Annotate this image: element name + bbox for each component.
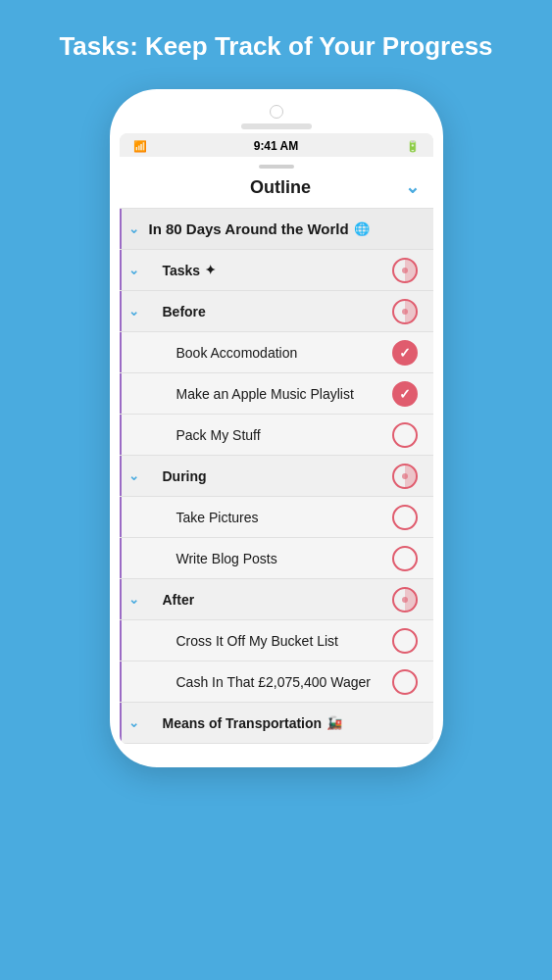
list-item[interactable]: ⌄ Tasks ✦ <box>120 250 433 291</box>
chevron-transport[interactable]: ⌄ <box>124 715 145 730</box>
wifi-icon: 📶 <box>133 140 147 153</box>
list-item[interactable]: ⌄ During <box>120 456 433 497</box>
item-label-blog: Write Blog Posts <box>173 541 392 576</box>
list-item[interactable]: ⌄ Before <box>120 291 433 332</box>
chevron-world[interactable]: ⌄ <box>124 221 145 236</box>
phone-camera <box>270 105 283 119</box>
battery-icon: 🔋 <box>406 140 420 153</box>
phone-screen: 📶 9:41 AM 🔋 Outline ⌄ ⌄ In 80 Days <box>120 133 433 744</box>
item-label-world: In 80 Days Around the World 🌐 <box>145 211 433 247</box>
phone-frame: 📶 9:41 AM 🔋 Outline ⌄ ⌄ In 80 Days <box>110 89 443 767</box>
list-item[interactable]: Pack My Stuff <box>120 415 433 456</box>
item-label-music: Make an Apple Music Playlist <box>173 376 392 412</box>
item-label-book: Book Accomodation <box>173 335 392 370</box>
chevron-tasks[interactable]: ⌄ <box>124 263 145 277</box>
nav-handle <box>259 165 294 169</box>
list-item[interactable]: Make an Apple Music Playlist ✓ <box>120 373 433 415</box>
check-after[interactable] <box>392 587 418 612</box>
item-label-pictures: Take Pictures <box>173 500 392 535</box>
item-label-before: Before <box>159 294 392 329</box>
check-cash[interactable] <box>392 669 418 695</box>
nav-title: Outline <box>157 177 405 198</box>
check-blog[interactable] <box>392 546 418 571</box>
list-item[interactable]: Book Accomodation ✓ <box>120 332 433 373</box>
list-item[interactable]: ⌄ In 80 Days Around the World 🌐 <box>120 209 433 250</box>
check-music[interactable]: ✓ <box>392 381 418 407</box>
page-title: Tasks: Keep Track of Your Progress <box>35 0 516 89</box>
item-label-cash: Cash In That £2,075,400 Wager <box>173 664 392 700</box>
phone-top <box>120 105 433 129</box>
phone-speaker <box>241 123 312 129</box>
item-label-during: During <box>159 459 392 494</box>
check-crossoff[interactable] <box>392 628 418 654</box>
item-label-transport: Means of Transportation 🚂 <box>159 706 426 741</box>
check-pictures[interactable] <box>392 505 418 530</box>
check-during[interactable] <box>392 464 418 489</box>
status-right: 🔋 <box>380 140 420 153</box>
list-item[interactable]: ⌄ After <box>120 579 433 620</box>
check-tasks[interactable] <box>392 258 418 283</box>
item-label-pack: Pack My Stuff <box>173 417 392 453</box>
item-label-after: After <box>159 582 392 617</box>
status-time: 9:41 AM <box>173 139 380 153</box>
chevron-during[interactable]: ⌄ <box>124 468 145 483</box>
item-label-tasks: Tasks ✦ <box>159 253 392 288</box>
list-item[interactable]: ⌄ Means of Transportation 🚂 <box>120 703 433 744</box>
status-bar: 📶 9:41 AM 🔋 <box>120 133 433 157</box>
list-item[interactable]: Take Pictures <box>120 497 433 538</box>
nav-bar: Outline ⌄ <box>120 157 433 209</box>
check-pack[interactable] <box>392 422 418 448</box>
list-item[interactable]: Write Blog Posts <box>120 538 433 579</box>
list-item[interactable]: Cash In That £2,075,400 Wager <box>120 662 433 703</box>
check-book[interactable]: ✓ <box>392 340 418 366</box>
outline-chevron[interactable]: ⌄ <box>405 176 420 198</box>
status-left: 📶 <box>133 140 173 153</box>
list-area: ⌄ In 80 Days Around the World 🌐 ⌄ Tasks … <box>120 209 433 744</box>
list-item[interactable]: Cross It Off My Bucket List <box>120 620 433 662</box>
item-label-crossoff: Cross It Off My Bucket List <box>173 623 392 659</box>
check-before[interactable] <box>392 299 418 324</box>
chevron-after[interactable]: ⌄ <box>124 592 145 607</box>
chevron-before[interactable]: ⌄ <box>124 304 145 318</box>
